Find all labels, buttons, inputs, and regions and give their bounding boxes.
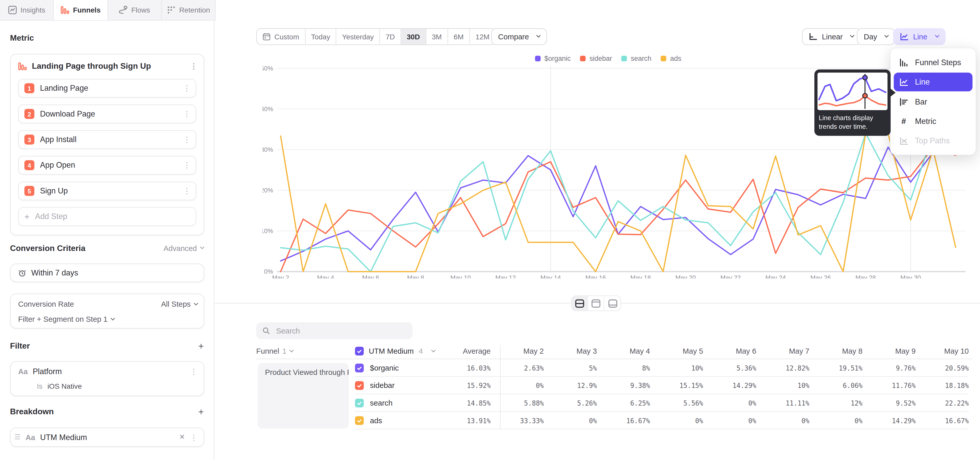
range-label: 6M (454, 33, 464, 40)
svg-text:May 24: May 24 (765, 274, 786, 279)
check-icon (356, 382, 363, 388)
kebab-menu-icon[interactable]: ⋮ (190, 433, 197, 441)
chevron-down-icon (194, 301, 198, 305)
calendar-icon (262, 32, 271, 41)
value-cell: 6.06% (809, 382, 862, 389)
breakdown-card[interactable]: ☰ Aa UTM Medium ✕ ⋮ (10, 428, 204, 447)
insights-icon (8, 6, 17, 14)
metric-section-heading: Metric (10, 33, 204, 43)
range-30d[interactable]: 30D (401, 29, 426, 45)
funnel-header-count: 1 (282, 347, 286, 356)
value-cell: 16.67% (916, 417, 969, 424)
kebab-menu-icon[interactable]: ⋮ (183, 84, 191, 93)
filter-card[interactable]: Aa Platform ⋮ Is iOS Native (10, 361, 204, 396)
value-cell: 0% (490, 382, 544, 389)
row-checkbox[interactable] (355, 381, 364, 390)
range-yesterday[interactable]: Yesterday (336, 29, 380, 45)
value-cell: 12% (809, 399, 862, 406)
row-series-name: ads (370, 416, 382, 425)
funnel-metric-icon (18, 62, 27, 70)
funnel-step-card[interactable]: 5Sign Up⋮ (18, 181, 196, 200)
layout-split-button[interactable] (572, 296, 588, 310)
row-values: 13.91%33.33%0%16.67%0%0%0%0%14.29%16.67% (438, 417, 969, 424)
table-row: ads13.91%33.33%0%16.67%0%0%0%0%14.29%16.… (355, 412, 969, 429)
breakdown-property: UTM Medium (40, 433, 87, 441)
range-label: 12M (476, 33, 490, 40)
column-header: May 2 (490, 345, 544, 357)
top-paths-icon (899, 136, 908, 145)
search-input[interactable] (275, 326, 406, 336)
filter-heading: Filter (10, 341, 30, 351)
funnel-column-header[interactable]: Funnel 1 (256, 345, 293, 357)
drag-handle-icon[interactable]: ☰ (14, 433, 21, 441)
range-3m[interactable]: 3M (426, 29, 448, 45)
range-6m[interactable]: 6M (448, 29, 470, 45)
value-cell: 0% (809, 417, 862, 424)
funnel-step-card[interactable]: 2Download Page⋮ (18, 104, 196, 123)
tab-retention[interactable]: Retention (162, 0, 215, 20)
value-cell: 20.59% (916, 364, 969, 371)
add-breakdown-button[interactable]: + (198, 407, 204, 416)
kebab-menu-icon[interactable]: ⋮ (183, 110, 191, 118)
scale-dropdown[interactable]: Linear (802, 28, 861, 45)
range-7d[interactable]: 7D (380, 29, 401, 45)
menu-item-top-paths[interactable]: Top Paths (891, 131, 976, 150)
tab-label: Funnels (73, 6, 100, 14)
breakdown-column-header[interactable]: UTM Medium 4 (355, 345, 435, 357)
range-label: 7D (386, 33, 395, 40)
layout-chart-button[interactable] (588, 296, 605, 310)
kebab-menu-icon[interactable]: ⋮ (190, 62, 197, 70)
breakdown-heading: Breakdown (10, 407, 54, 416)
tab-insights[interactable]: Insights (0, 0, 54, 20)
compare-button[interactable]: Compare (491, 28, 547, 45)
menu-item-line[interactable]: Line (894, 73, 973, 91)
granularity-dropdown[interactable]: Day (857, 28, 895, 45)
kebab-menu-icon[interactable]: ⋮ (183, 135, 191, 144)
add-filter-button[interactable]: + (198, 341, 204, 351)
tab-flows[interactable]: Flows (108, 0, 162, 20)
menu-item-funnel-steps[interactable]: Funnel Steps (891, 53, 976, 72)
report-type-tabbar: Insights Funnels Flows Retention (0, 0, 216, 21)
menu-item-bar[interactable]: Bar (891, 92, 976, 112)
chart-type-label: Line (913, 32, 928, 41)
kebab-menu-icon[interactable]: ⋮ (183, 187, 191, 195)
menu-item-metric[interactable]: # Metric (891, 112, 976, 131)
kebab-menu-icon[interactable]: ⋮ (183, 161, 191, 169)
value-cell: 0% (703, 417, 756, 424)
filter-segment-dropdown[interactable]: Filter + Segment on Step 1 (18, 315, 115, 324)
utm-header-label: UTM Medium (369, 347, 414, 356)
row-checkbox[interactable] (355, 363, 364, 372)
funnel-step-card[interactable]: 4App Open⋮ (18, 156, 196, 174)
column-header: Average (438, 345, 490, 357)
funnel-step-card[interactable]: 3App Install⋮ (18, 130, 196, 149)
select-all-checkbox[interactable] (355, 347, 364, 356)
row-checkbox[interactable] (355, 416, 364, 425)
all-steps-dropdown[interactable]: All Steps (161, 300, 197, 308)
remove-breakdown-icon[interactable]: ✕ (179, 433, 185, 441)
range-custom[interactable]: Custom (257, 29, 305, 45)
funnel-title-row[interactable]: Landing Page through Sign Up ⋮ (11, 54, 204, 71)
funnel-header-label: Funnel (256, 347, 279, 356)
line-chart-icon (900, 32, 909, 41)
funnel-steps-icon (899, 58, 908, 67)
value-cell: 9.52% (862, 399, 916, 406)
menu-item-label: Metric (915, 117, 936, 126)
chart-type-dropdown[interactable]: Line (893, 28, 945, 45)
row-checkbox[interactable] (355, 398, 364, 407)
kebab-menu-icon[interactable]: ⋮ (190, 367, 197, 376)
conversion-window-card[interactable]: Within 7 days (10, 264, 204, 282)
step-label: Download Page (40, 110, 178, 118)
chevron-down-icon (850, 33, 854, 38)
line-chart-icon (899, 78, 908, 86)
add-step-button[interactable]: + Add Step (18, 207, 196, 226)
range-today[interactable]: Today (305, 29, 337, 45)
advanced-dropdown[interactable]: Advanced (164, 244, 204, 252)
tab-funnels[interactable]: Funnels (54, 0, 108, 20)
funnel-step-card[interactable]: 1Landing Page⋮ (18, 79, 196, 97)
layout-table-button[interactable] (605, 296, 620, 310)
row-group-cell[interactable]: Product Viewed through P... (258, 363, 349, 428)
chart-type-menu: Funnel Steps Line Bar # Metric Top Paths (890, 48, 976, 155)
all-steps-label: All Steps (161, 300, 191, 308)
step-label: App Open (40, 161, 178, 169)
column-header: May 8 (809, 345, 862, 357)
